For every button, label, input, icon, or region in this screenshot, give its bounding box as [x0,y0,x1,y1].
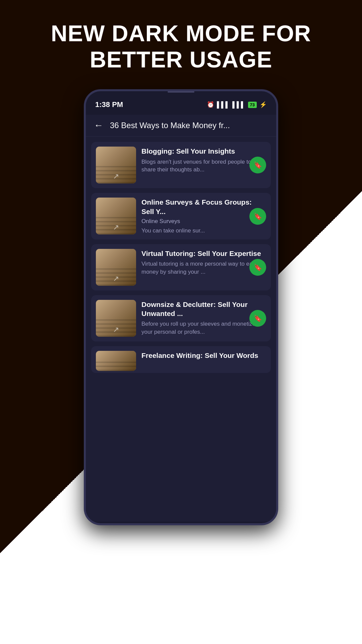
article-image-1: ↗ [96,147,136,183]
card-body-4: Downsize & Declutter: Sell Your Unwanted… [141,300,266,337]
article-desc-2: You can take online sur... [141,227,266,235]
article-title-4: Downsize & Declutter: Sell Your Unwanted… [141,300,266,318]
article-image-5 [96,351,136,371]
nav-title: 36 Best Ways to Make Money fr... [110,121,230,130]
article-card-3[interactable]: ↗ Virtual Tutoring: Sell Your Expertise … [91,244,271,290]
article-title-5: Freelance Writing: Sell Your Words [141,351,266,360]
keyboard-image-5 [96,351,136,371]
article-title-2: Online Surveys & Focus Groups: Sell Y... [141,198,266,216]
signal-icon-2: ▌▌▌ [232,101,245,108]
back-button[interactable]: ← [94,120,103,131]
status-time: 1:38 PM [95,100,123,109]
link-icon-4: ↗ [113,325,119,334]
bookmark-icon-2: 🔖 [254,212,262,220]
bookmark-icon-1: 🔖 [254,161,262,169]
nav-bar: ← 36 Best Ways to Make Money fr... [86,115,276,137]
status-bar: 1:38 PM ⏰ ▌▌▌ ▌▌▌ 73 ⚡ [86,95,276,115]
card-body-3: Virtual Tutoring: Sell Your Expertise Vi… [141,249,266,286]
article-subtitle-2: Online Surveys [141,218,266,225]
alarm-icon: ⏰ [207,101,214,108]
charging-icon: ⚡ [259,101,267,108]
card-body-2: Online Surveys & Focus Groups: Sell Y...… [141,198,266,234]
bookmark-button-4[interactable]: 🔖 [249,310,266,327]
card-body-5: Freelance Writing: Sell Your Words [141,351,266,368]
content-area: ↗ Blogging: Sell Your Insights Blogs are… [86,137,276,522]
notch-area [86,91,276,95]
phone-device: 1:38 PM ⏰ ▌▌▌ ▌▌▌ 73 ⚡ ← 36 Best Ways to… [84,89,278,525]
link-icon-2: ↗ [113,223,119,232]
article-image-3: ↗ [96,249,136,286]
link-icon-1: ↗ [113,172,119,181]
bookmark-button-2[interactable]: 🔖 [249,208,266,225]
article-card-1[interactable]: ↗ Blogging: Sell Your Insights Blogs are… [91,142,271,188]
article-image-2: ↗ [96,198,136,234]
page-header: NEW DARK MODE FOR BETTER USAGE [0,0,362,89]
status-icons: ⏰ ▌▌▌ ▌▌▌ 73 ⚡ [207,101,267,108]
notch-line [168,91,194,93]
bookmark-button-3[interactable]: 🔖 [249,259,266,276]
article-card-4[interactable]: ↗ Downsize & Declutter: Sell Your Unwant… [91,295,271,341]
bookmark-icon-3: 🔖 [254,263,262,271]
article-desc-3: Virtual tutoring is a more personal way … [141,260,266,276]
signal-icon-1: ▌▌▌ [217,101,230,108]
article-image-4: ↗ [96,300,136,337]
article-card-5[interactable]: Freelance Writing: Sell Your Words [91,346,271,373]
article-title-1: Blogging: Sell Your Insights [141,147,266,156]
link-icon-3: ↗ [113,274,119,283]
battery-icon: 73 [248,102,257,108]
article-card-2[interactable]: ↗ Online Surveys & Focus Groups: Sell Y.… [91,193,271,239]
article-desc-1: Blogs aren't just venues for bored peopl… [141,158,266,174]
card-body-1: Blogging: Sell Your Insights Blogs aren'… [141,147,266,183]
article-desc-4: Before you roll up your sleeves and mone… [141,320,266,336]
bookmark-button-1[interactable]: 🔖 [249,157,266,173]
article-title-3: Virtual Tutoring: Sell Your Expertise [141,249,266,258]
bookmark-icon-4: 🔖 [254,314,262,322]
